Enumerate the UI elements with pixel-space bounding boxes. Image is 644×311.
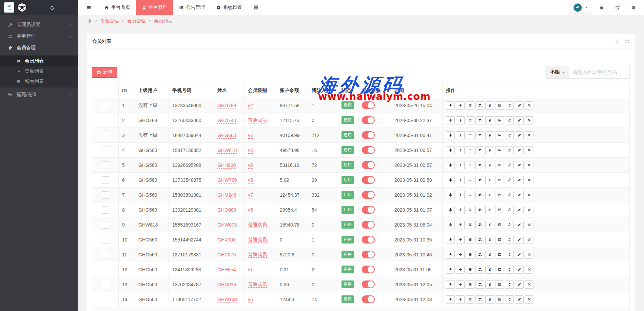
bell-button[interactable] <box>446 101 455 110</box>
sync-button[interactable] <box>505 280 514 289</box>
bell-button[interactable] <box>446 131 455 139</box>
list-button[interactable] <box>466 295 474 304</box>
member-name-link[interactable]: GHW168 <box>217 297 237 303</box>
filter-dropdown[interactable]: 不限 <box>546 66 569 79</box>
list-button[interactable] <box>466 266 474 274</box>
sync-button[interactable] <box>505 146 514 154</box>
plus-button[interactable] <box>456 266 465 274</box>
yen-button[interactable]: ¥ <box>485 116 494 124</box>
row-checkbox[interactable] <box>102 132 109 139</box>
bell-button[interactable] <box>446 191 455 199</box>
close-button[interactable] <box>525 176 533 184</box>
yen-button[interactable]: ¥ <box>485 206 494 214</box>
member-level-link[interactable]: 普通成员 <box>248 222 267 228</box>
row-checkbox[interactable] <box>102 221 109 229</box>
transfer-toggle[interactable] <box>362 295 375 303</box>
yen-button[interactable]: ¥ <box>485 191 494 199</box>
trash-button[interactable] <box>596 2 607 13</box>
yen-button[interactable]: ¥ <box>485 221 494 229</box>
plus-button[interactable] <box>456 280 465 289</box>
member-level-link[interactable]: v5 <box>248 207 253 213</box>
edit-button[interactable] <box>515 251 524 259</box>
bell-button[interactable] <box>446 206 455 214</box>
group-button[interactable] <box>475 146 484 154</box>
member-name-link[interactable]: GHC376 <box>217 252 236 258</box>
transfer-toggle[interactable] <box>362 101 375 109</box>
member-level-link[interactable]: 普通成员 <box>248 252 267 258</box>
edit-button[interactable] <box>515 236 524 244</box>
member-name-link[interactable]: GHG088 <box>217 207 236 213</box>
sidebar-item-member-list[interactable]: 会员列表 <box>0 56 78 66</box>
plus-button[interactable] <box>456 206 465 214</box>
sidebar-item-funds-list[interactable]: ¥ 资金列表 <box>0 66 78 76</box>
close-button[interactable] <box>525 131 533 139</box>
transfer-toggle[interactable] <box>362 176 375 184</box>
row-checkbox[interactable] <box>102 310 109 311</box>
sync-button[interactable] <box>505 266 514 274</box>
yen-button[interactable]: ¥ <box>485 146 494 154</box>
bell-button[interactable] <box>446 146 455 154</box>
close-button[interactable] <box>525 146 533 154</box>
sidebar-item-wallet-list[interactable]: 钱包列表 <box>0 76 78 86</box>
edit-button[interactable] <box>515 191 524 199</box>
form-button[interactable] <box>495 251 504 259</box>
yen-button[interactable]: ¥ <box>485 161 494 169</box>
plus-button[interactable] <box>456 221 465 229</box>
fullscreen-icon[interactable] <box>625 39 629 44</box>
transfer-toggle[interactable] <box>362 266 375 273</box>
group-button[interactable] <box>475 176 484 184</box>
group-button[interactable] <box>475 161 484 169</box>
list-button[interactable] <box>466 146 474 154</box>
transfer-toggle[interactable] <box>362 131 375 139</box>
plus-button[interactable] <box>456 295 465 304</box>
group-button[interactable] <box>475 206 484 214</box>
edit-button[interactable] <box>515 295 524 304</box>
form-button[interactable] <box>495 280 504 289</box>
member-name-link[interactable]: GHW818 <box>217 148 237 154</box>
form-button[interactable] <box>495 221 504 229</box>
transfer-toggle[interactable] <box>362 206 375 214</box>
close-button[interactable] <box>525 236 533 244</box>
list-button[interactable] <box>466 280 474 289</box>
bell-button[interactable] <box>446 161 455 169</box>
nav-list-button[interactable] <box>628 2 639 13</box>
row-checkbox[interactable] <box>102 296 109 303</box>
member-name-link[interactable]: GHO740 <box>217 118 236 124</box>
transfer-toggle[interactable] <box>362 161 375 169</box>
member-name-link[interactable]: GHW766 <box>217 177 237 183</box>
yen-button[interactable]: ¥ <box>485 131 494 139</box>
member-level-link[interactable]: 普通成员 <box>248 237 267 243</box>
member-name-link[interactable]: GHX008 <box>217 237 236 243</box>
transfer-toggle[interactable] <box>362 191 375 199</box>
plus-button[interactable] <box>456 146 465 154</box>
yen-button[interactable]: ¥ <box>485 266 494 274</box>
yen-button[interactable]: ¥ <box>485 251 494 259</box>
close-button[interactable] <box>525 251 533 259</box>
form-button[interactable] <box>495 101 504 110</box>
sidebar-item-admin-settings[interactable]: 管理员设置 <box>0 19 78 31</box>
close-button[interactable] <box>525 295 533 304</box>
yen-button[interactable]: ¥ <box>485 101 494 110</box>
sync-button[interactable] <box>505 101 514 110</box>
edit-button[interactable] <box>515 101 524 110</box>
row-checkbox[interactable] <box>102 281 109 288</box>
member-level-link[interactable]: v2 <box>248 103 253 109</box>
edit-button[interactable] <box>515 176 524 184</box>
plus-button[interactable] <box>456 161 465 169</box>
list-button[interactable] <box>466 191 474 199</box>
transfer-toggle[interactable] <box>362 221 375 229</box>
bell-button[interactable] <box>446 266 455 274</box>
sync-button[interactable] <box>505 116 514 124</box>
sync-button[interactable] <box>505 295 514 304</box>
list-button[interactable] <box>466 116 474 124</box>
row-checkbox[interactable] <box>102 251 109 258</box>
breadcrumb-link-platform-management[interactable]: 平台管理 <box>100 18 119 24</box>
member-level-link[interactable]: v5 <box>248 177 253 183</box>
row-checkbox[interactable] <box>102 147 109 154</box>
plus-button[interactable] <box>456 131 465 139</box>
row-checkbox[interactable] <box>102 117 109 124</box>
plus-button[interactable] <box>456 101 465 110</box>
form-button[interactable] <box>495 191 504 199</box>
group-button[interactable] <box>475 236 484 244</box>
list-button[interactable] <box>466 101 474 110</box>
